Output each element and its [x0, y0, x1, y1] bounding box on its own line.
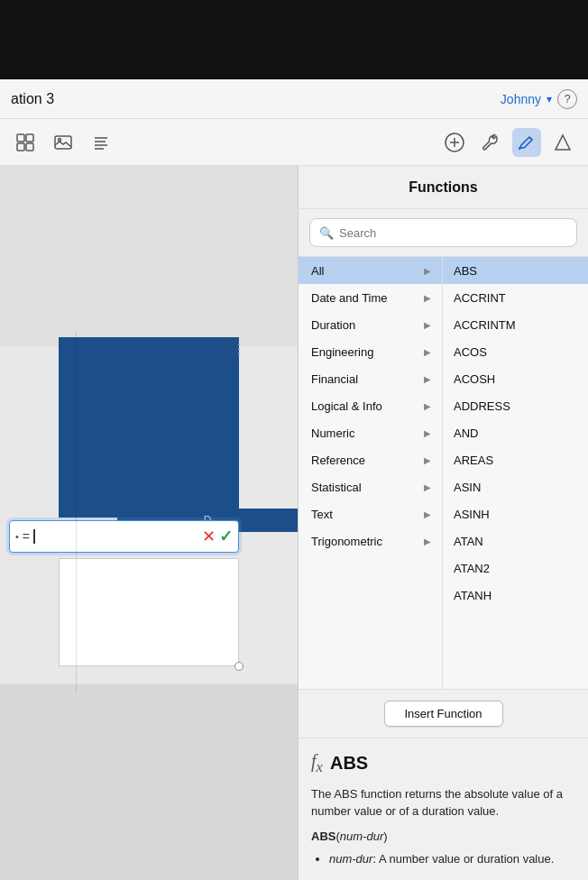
title-bar: ation 3 Johnny ▾ ?	[0, 79, 588, 119]
category-item[interactable]: Statistical▶	[299, 473, 442, 500]
function-description-text: The ABS function returns the absolute va…	[311, 785, 575, 820]
category-item[interactable]: Duration▶	[299, 311, 442, 338]
add-media-icon[interactable]	[440, 128, 469, 157]
function-title-row: fx ABS	[311, 751, 575, 776]
function-item[interactable]: ASINH	[443, 500, 588, 527]
sheets-icon[interactable]	[11, 128, 40, 157]
category-label: Engineering	[311, 345, 373, 359]
formula-actions: ✕ ✓	[202, 527, 233, 546]
shapes-icon[interactable]	[548, 128, 577, 157]
category-item[interactable]: Engineering▶	[299, 338, 442, 365]
help-button[interactable]: ?	[557, 89, 577, 109]
function-label: ACCRINT	[454, 291, 506, 305]
func-param-item: num-dur: A number value or duration valu…	[329, 850, 575, 868]
category-item[interactable]: Logical & Info▶	[299, 392, 442, 419]
selected-cell-area[interactable]: D	[59, 337, 239, 518]
function-item[interactable]: ACCRINTM	[443, 311, 588, 338]
function-label: ATAN2	[454, 562, 490, 575]
document-title: ation 3	[11, 91, 54, 107]
image-icon[interactable]	[49, 128, 78, 157]
function-item[interactable]: ABS	[443, 257, 588, 284]
category-label: Reference	[311, 454, 365, 467]
function-item[interactable]: ACCRINT	[443, 284, 588, 311]
insert-btn-area: Insert Function	[299, 689, 588, 738]
category-label: Statistical	[311, 481, 362, 494]
func-param-name: num-dur	[329, 852, 372, 866]
resize-circle-handle[interactable]	[234, 662, 243, 671]
func-sig-param: num-dur	[340, 830, 383, 843]
function-item[interactable]: ATANH	[443, 582, 588, 609]
category-arrow: ▶	[424, 428, 431, 438]
text-icon[interactable]	[87, 128, 115, 157]
category-arrow: ▶	[424, 293, 431, 303]
search-input-wrap[interactable]: 🔍	[309, 218, 577, 247]
function-item[interactable]: AND	[443, 419, 588, 446]
category-item[interactable]: Trigonometric▶	[299, 527, 442, 555]
function-label: ATAN	[454, 535, 483, 548]
category-label: Trigonometric	[311, 535, 382, 548]
category-item[interactable]: Date and Time▶	[299, 284, 442, 311]
insert-function-button[interactable]: Insert Function	[384, 701, 503, 727]
category-item[interactable]: Reference▶	[299, 446, 442, 473]
category-column: All▶Date and Time▶Duration▶Engineering▶F…	[299, 257, 443, 689]
resize-handle[interactable]	[235, 337, 243, 361]
wrench-icon[interactable]	[476, 128, 505, 157]
function-item[interactable]: AREAS	[443, 446, 588, 473]
category-label: All	[311, 264, 324, 278]
function-label: AND	[454, 426, 478, 440]
search-bar: 🔍	[299, 209, 588, 256]
function-label: ADDRESS	[454, 399, 510, 413]
function-params-list: num-dur: A number value or duration valu…	[311, 850, 575, 868]
top-black-bar	[0, 0, 588, 79]
function-item[interactable]: ASIN	[443, 473, 588, 500]
category-item[interactable]: All▶	[299, 257, 442, 284]
formula-cursor	[33, 529, 41, 544]
category-label: Numeric	[311, 426, 354, 440]
function-signature: ABS(num-dur)	[311, 830, 575, 843]
functions-header: Functions	[299, 166, 588, 209]
svg-point-5	[59, 138, 61, 141]
function-item[interactable]: ADDRESS	[443, 392, 588, 419]
function-item[interactable]: ACOSH	[443, 365, 588, 392]
category-arrow: ▶	[424, 320, 431, 330]
spreadsheet-panel[interactable]: D • = ✕ ✓	[0, 166, 298, 880]
category-item[interactable]: Numeric▶	[299, 419, 442, 446]
sheet-top-area	[0, 166, 298, 346]
fx-icon: fx	[311, 751, 323, 776]
formula-cancel-button[interactable]: ✕	[202, 527, 216, 546]
function-label: ASINH	[454, 508, 490, 521]
toolbar	[0, 119, 588, 166]
formula-accept-button[interactable]: ✓	[219, 527, 233, 546]
function-item[interactable]: ACOS	[443, 338, 588, 365]
category-item[interactable]: Financial▶	[299, 365, 442, 392]
svg-marker-14	[556, 135, 570, 150]
formula-bullet: •	[15, 531, 19, 542]
formula-bar[interactable]: • = ✕ ✓	[9, 520, 239, 553]
category-label: Date and Time	[311, 291, 388, 305]
title-right-controls: Johnny ▾ ?	[501, 89, 577, 109]
category-arrow: ▶	[424, 455, 431, 465]
function-label: ASIN	[454, 481, 481, 494]
function-label: ACCRINTM	[454, 318, 516, 332]
svg-rect-1	[26, 134, 33, 142]
func-sig-name: ABS	[311, 830, 335, 843]
chevron-down-icon[interactable]: ▾	[547, 93, 552, 105]
category-item[interactable]: Text▶	[299, 500, 442, 527]
category-arrow: ▶	[424, 266, 431, 276]
cell-below[interactable]	[59, 558, 239, 666]
category-label: Financial	[311, 372, 358, 386]
user-name[interactable]: Johnny	[501, 92, 541, 106]
function-item[interactable]: ATAN2	[443, 555, 588, 582]
function-list-area: All▶Date and Time▶Duration▶Engineering▶F…	[299, 256, 588, 689]
category-label: Duration	[311, 318, 355, 332]
toolbar-right	[440, 128, 577, 157]
svg-rect-3	[26, 143, 33, 151]
function-item[interactable]: ATAN	[443, 527, 588, 555]
category-arrow: ▶	[424, 347, 431, 357]
svg-rect-2	[17, 143, 24, 151]
function-label: AREAS	[454, 454, 493, 467]
search-input[interactable]	[339, 226, 567, 240]
function-name-title: ABS	[330, 753, 368, 774]
annotate-icon[interactable]	[512, 128, 541, 157]
func-param-desc: A number value or duration value.	[379, 852, 554, 866]
